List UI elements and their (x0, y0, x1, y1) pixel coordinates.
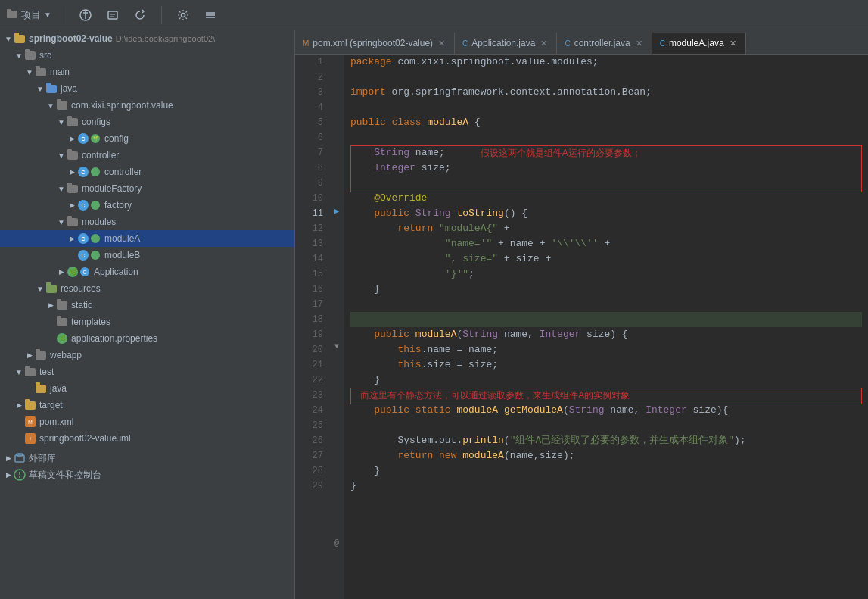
tab-pom[interactable]: M pom.xml (springboot02-value) ✕ (295, 33, 455, 54)
tab-modulea[interactable]: C moduleA.java ✕ (652, 33, 746, 54)
tab-close-modulea[interactable]: ✕ (728, 38, 738, 49)
tree-arrow-modulea: ▶ (67, 233, 77, 244)
code-line-6 (350, 130, 862, 145)
folder-icon-resources (45, 282, 58, 295)
project-menu[interactable]: 项目 ▼ (6, 8, 51, 22)
tree-item-static[interactable]: ▶ static (0, 297, 294, 314)
tree-arrow-modules: ▼ (56, 217, 67, 227)
tree-item-config[interactable]: ▶ C 🌱 config (0, 130, 294, 147)
tab-label-controller: controller.java (574, 38, 630, 48)
tree-item-webapp[interactable]: ▶ webapp (0, 347, 294, 363)
tree-label-java: java (61, 83, 77, 94)
bean-icon-factory (89, 199, 101, 211)
tree-arrow-configs: ▼ (56, 117, 67, 127)
tree-item-java[interactable]: ▼ java (0, 80, 294, 97)
folder-icon-modulefactory (67, 183, 79, 195)
toolbar-sync-button[interactable] (131, 6, 149, 24)
tree-item-modulefactory[interactable]: ▼ moduleFactory (0, 180, 294, 197)
tree-arrow-src: ▼ (14, 50, 24, 61)
tree-item-test-java[interactable]: java (0, 380, 294, 397)
folder-icon-java (45, 83, 58, 95)
toolbar-more-button[interactable] (201, 6, 219, 24)
main-area: ▼ springboot02-value D:\idea.book\spring… (0, 30, 868, 599)
gutter-run-icon[interactable]: ▶ (329, 206, 344, 216)
folder-icon-test (24, 366, 36, 378)
tab-label-pom: pom.xml (springboot02-value) (313, 38, 433, 48)
tree-item-pom[interactable]: M pom.xml (0, 413, 294, 430)
tree-item-src[interactable]: ▼ src (0, 47, 294, 64)
tree-item-configs[interactable]: ▼ configs (0, 114, 294, 130)
tree-arrow-factory: ▶ (67, 200, 77, 211)
tree-item-app-props[interactable]: 🌿 application.properties (0, 330, 294, 347)
tab-close-application[interactable]: ✕ (539, 38, 549, 49)
code-line-25 (350, 418, 862, 433)
folder-icon-target (24, 399, 36, 411)
tree-label-modulefactory: moduleFactory (82, 183, 142, 194)
tree-item-scratch[interactable]: ▶ 草稿文件和控制台 (0, 466, 294, 483)
tree-item-root[interactable]: ▼ springboot02-value D:\idea.book\spring… (0, 30, 294, 47)
tree-arrow-test: ▼ (14, 367, 24, 377)
spring-icon-props: 🌿 (56, 332, 68, 345)
toolbar: 项目 ▼ (0, 0, 868, 30)
tree-label-factory: factory (104, 200, 132, 211)
tree-item-moduleb[interactable]: C moduleB (0, 247, 294, 264)
tree-arrow-scratch: ▶ (3, 470, 14, 480)
tree-arrow-root: ▼ (3, 33, 14, 44)
tree-arrow-target: ▶ (14, 400, 24, 410)
gutter-fold-icon-11[interactable]: ▼ (329, 342, 344, 351)
tree-arrow-controller-folder: ▼ (56, 150, 67, 161)
tree-label-test: test (39, 367, 54, 377)
tree-item-factory[interactable]: ▶ C factory (0, 197, 294, 214)
tree-item-modules[interactable]: ▼ modules (0, 214, 294, 230)
folder-icon-configs (67, 116, 79, 128)
folder-icon-static (56, 299, 68, 311)
java-icon-config: C (77, 133, 89, 145)
gutter-at-icon-24[interactable]: @ (329, 539, 344, 548)
tree-arrow-application: ▶ (56, 267, 67, 277)
tree-arrow-main: ▼ (24, 67, 35, 77)
bean-icon-moduleb (89, 249, 101, 261)
tree-item-test[interactable]: ▼ test (0, 363, 294, 380)
tree-item-modulea[interactable]: ▶ C moduleA (0, 230, 294, 247)
folder-icon-root (14, 33, 26, 45)
tab-close-controller[interactable]: ✕ (634, 38, 644, 49)
code-line-27: return new moduleA(name,size); (350, 448, 862, 463)
folder-icon-main (35, 66, 47, 78)
tree-label-resources: resources (61, 283, 101, 294)
tree-item-controller-folder[interactable]: ▼ controller (0, 147, 294, 164)
toolbar-settings-button[interactable] (174, 6, 192, 24)
code-line-17 (350, 297, 862, 312)
tree-item-resources[interactable]: ▼ resources (0, 280, 294, 297)
tree-path: D:\idea.book\springboot02\ (116, 34, 215, 43)
tree-item-main[interactable]: ▼ main (0, 64, 294, 80)
tree-label-external-libs: 外部库 (29, 452, 56, 465)
code-editor[interactable]: 1 2 3 4 5 6 7 8 9 10 11 12 13 14 15 16 1… (295, 55, 868, 599)
tree-item-application[interactable]: ▶ 🌿 C Application (0, 264, 294, 280)
code-line-28: } (350, 463, 862, 479)
tree-item-package[interactable]: ▼ com.xixi.springboot.value (0, 97, 294, 114)
tree-arrow-webapp: ▶ (24, 350, 35, 360)
code-line-2 (350, 70, 862, 85)
tab-application[interactable]: C Application.java ✕ (455, 33, 557, 54)
tree-item-target[interactable]: ▶ target (0, 397, 294, 413)
tab-controller[interactable]: C controller.java ✕ (557, 33, 652, 54)
tree-label-application: Application (94, 267, 138, 277)
tree-item-iml[interactable]: I springboot02-value.iml (0, 430, 294, 447)
spring-icon-application: 🌿 (67, 266, 79, 278)
tab-icon-controller: C (565, 39, 570, 48)
toolbar-run-button[interactable] (76, 6, 95, 24)
editor-area: M pom.xml (springboot02-value) ✕ C Appli… (295, 30, 868, 599)
tree-arrow-static: ▶ (45, 300, 56, 310)
tree-label-test-java: java (50, 383, 67, 394)
tree-item-controller-file[interactable]: ▶ C controller (0, 164, 294, 180)
toolbar-build-button[interactable] (104, 6, 122, 24)
tab-close-pom[interactable]: ✕ (437, 38, 446, 49)
java-icon-moduleb: C (77, 249, 89, 261)
code-content[interactable]: package com.xixi.springboot.value.module… (344, 55, 868, 599)
code-line-16: } (350, 282, 862, 297)
tree-item-external-libs[interactable]: ▶ 外部库 (0, 450, 294, 466)
tab-icon-application: C (462, 39, 468, 48)
code-line-8: Integer size; (350, 161, 862, 176)
tree-item-templates[interactable]: templates (0, 314, 294, 330)
project-label: 项目 (21, 8, 41, 22)
